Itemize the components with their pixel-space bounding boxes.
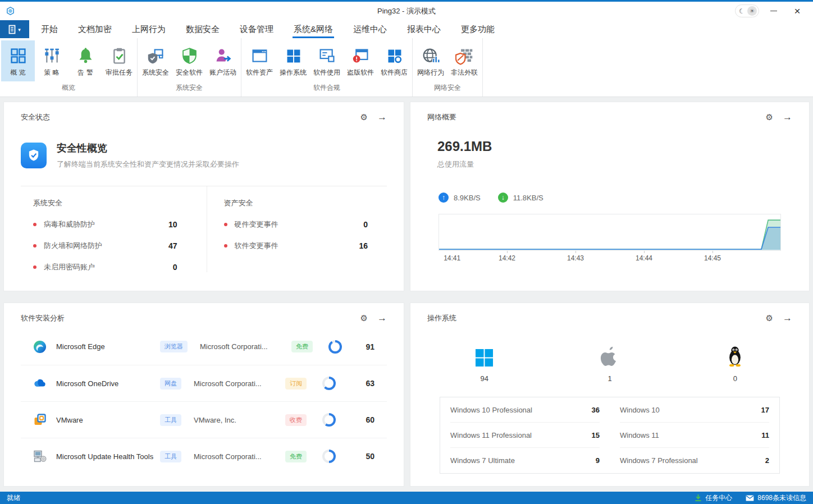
item-label: 软件变更事件 (235, 241, 278, 251)
network-traffic-chart[interactable] (439, 214, 781, 251)
tab-ops-center[interactable]: 运维中心 (345, 20, 395, 38)
category-badge: 网盘 (160, 378, 181, 390)
ribbon-button-account-activity[interactable]: 账户活动 (206, 40, 240, 81)
tab-device-management[interactable]: 设备管理 (231, 20, 282, 38)
list-item[interactable]: 未启用密码账户 0 (33, 262, 177, 272)
table-row[interactable]: Windows 7 Ultimate 9 (450, 448, 600, 473)
table-row[interactable]: Windows 10 17 (620, 397, 769, 423)
column-heading: 资产安全 (224, 198, 368, 208)
list-item[interactable]: 硬件变更事件 0 (224, 219, 368, 230)
ribbon-button-pirated-software[interactable]: 盗版软件 (344, 40, 377, 81)
software-row[interactable]: Microsoft Update Health Tools 工具 Microso… (21, 438, 387, 474)
red-dot-icon (33, 244, 36, 248)
security-overview-title: 安全性概览 (57, 141, 239, 155)
moon-icon[interactable]: ☾ (737, 7, 747, 15)
firewall-shield-icon (455, 45, 474, 66)
ribbon-button-label: 网络行为 (417, 68, 444, 77)
ribbon-button-overview[interactable]: 概 览 (1, 40, 35, 81)
category-badge: 工具 (160, 414, 181, 426)
software-row[interactable]: Microsoft Edge 浏览器 Microsoft Corporati..… (21, 328, 387, 365)
table-row[interactable]: Windows 7 Professional 2 (620, 448, 769, 473)
arrow-right-icon[interactable]: → (783, 112, 792, 123)
ribbon-group-label: 软件合规 (243, 81, 411, 97)
close-button[interactable]: × (788, 4, 806, 19)
table-row[interactable]: Windows 11 Professional 15 (450, 423, 600, 448)
price-badge: 免费 (285, 451, 307, 462)
arrow-right-icon[interactable]: → (377, 112, 387, 123)
ribbon-button-policy[interactable]: 策 略 (35, 40, 68, 81)
window-warning-icon (351, 45, 370, 66)
app-window-icon (250, 45, 269, 66)
status-ready-text: 就绪 (7, 493, 20, 503)
tab-report-center[interactable]: 报表中心 (399, 20, 449, 38)
table-row[interactable]: Windows 10 Professional 36 (450, 397, 600, 423)
os-count: 94 (480, 374, 488, 383)
sun-icon[interactable]: ☀ (747, 6, 757, 16)
ribbon-button-alerts[interactable]: 告 警 (68, 40, 102, 81)
tab-more-features[interactable]: 更多功能 (453, 20, 503, 38)
ribbon-button-software-usage[interactable]: 软件使用 (310, 40, 344, 81)
item-value: 47 (168, 241, 177, 250)
ribbon-button-label: 操作系统 (280, 68, 307, 77)
tab-doc-encryption[interactable]: 文档加密 (70, 20, 120, 38)
total-traffic-value: 269.1MB (427, 139, 792, 154)
software-row[interactable]: VMware 工具 VMware, Inc. 收费 60 (21, 401, 387, 438)
os-stat-linux[interactable]: 0 (673, 345, 798, 383)
panel-title: 操作系统 (427, 313, 456, 323)
install-count: 91 (357, 342, 374, 351)
price-badge: 订阅 (285, 378, 307, 390)
item-value: 0 (363, 220, 368, 229)
ribbon-button-system-security[interactable]: 系统安全 (139, 40, 172, 81)
gear-icon[interactable]: ⚙ (360, 313, 368, 323)
apple-logo-icon (600, 345, 619, 367)
ribbon-button-illegal-outreach[interactable]: 非法外联 (447, 40, 481, 81)
ribbon-button-operating-system[interactable]: 操作系统 (276, 40, 310, 81)
software-row[interactable]: Microsoft OneDrive 网盘 Microsoft Corporat… (21, 365, 387, 401)
column-heading: 系统安全 (33, 198, 177, 208)
store-grid-icon (385, 45, 404, 66)
ribbon-button-approval-tasks[interactable]: 审批任务 (102, 40, 136, 81)
software-vendor: Microsoft Corporati... (194, 452, 285, 461)
price-badge: 免费 (291, 341, 313, 352)
ribbon-group-system-security: 系统安全 安全软件 账户活动 系统安全 (138, 38, 241, 97)
os-stat-windows[interactable]: 94 (422, 345, 547, 383)
task-center-button[interactable]: 任务中心 (695, 493, 732, 503)
tab-start[interactable]: 开始 (33, 20, 66, 38)
ribbon-button-software-store[interactable]: 软件商店 (377, 40, 411, 81)
unread-messages-button[interactable]: 8698条未读信息 (746, 493, 806, 503)
theme-toggle[interactable]: ☾ ☀ (735, 4, 759, 17)
os-version-name: Windows 10 Professional (450, 406, 532, 414)
os-stat-apple[interactable]: 1 (547, 345, 672, 383)
envelope-icon (746, 495, 754, 501)
tab-data-security[interactable]: 数据安全 (177, 20, 228, 38)
sliders-icon (43, 45, 61, 66)
ribbon: 概 览 策 略 告 警 审批任务 概览 (0, 38, 813, 97)
table-row[interactable]: Windows 11 11 (620, 423, 769, 448)
upload-arrow-icon: ↑ (439, 193, 449, 203)
ribbon-button-security-software[interactable]: 安全软件 (172, 40, 206, 81)
item-value: 10 (168, 220, 177, 229)
minimize-button[interactable] (765, 4, 783, 19)
ribbon-button-label: 告 警 (77, 68, 93, 77)
list-item[interactable]: 防火墙和网络防护 47 (33, 241, 177, 251)
list-item[interactable]: 病毒和威胁防护 10 (33, 219, 177, 230)
system-security-column: 系统安全 病毒和威胁防护 10 防火墙和网络防护 47 未启用密码账户 (21, 186, 207, 272)
gear-icon[interactable]: ⚙ (766, 112, 773, 122)
arrow-right-icon[interactable]: → (783, 313, 792, 324)
os-version-count: 9 (596, 456, 600, 465)
list-item[interactable]: 软件变更事件 16 (224, 241, 368, 251)
gear-icon[interactable]: ⚙ (360, 112, 368, 122)
ribbon-group-software-compliance: 软件资产 操作系统 软件使用 盗版软件 (241, 38, 413, 97)
overview-grid-icon (9, 45, 28, 66)
arrow-right-icon[interactable]: → (377, 313, 387, 324)
ribbon-group-label: 网络安全 (414, 81, 481, 97)
install-progress-ring (322, 450, 336, 463)
gear-icon[interactable]: ⚙ (766, 313, 773, 323)
ribbon-button-network-behavior[interactable]: 网络行为 (414, 40, 447, 81)
app-menu-button[interactable]: ▾ (0, 20, 29, 38)
tab-system-network[interactable]: 系统&网络 (285, 20, 341, 38)
ribbon-button-software-assets[interactable]: 软件资产 (243, 40, 276, 81)
software-analysis-card: 软件安装分析 ⚙ → Microsoft Edge 浏览器 Microsoft … (3, 303, 404, 487)
total-traffic-label: 总使用流量 (427, 159, 792, 169)
tab-web-behavior[interactable]: 上网行为 (124, 20, 174, 38)
